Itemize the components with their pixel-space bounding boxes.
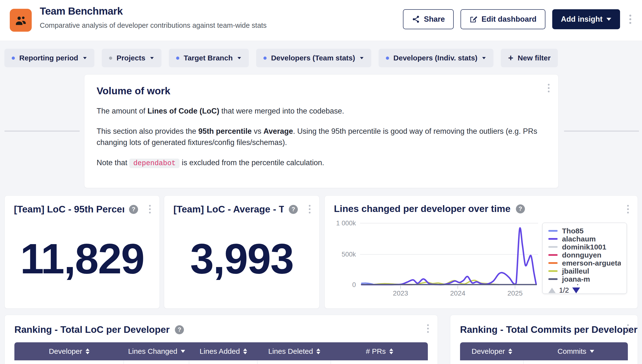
legend-swatch <box>548 230 558 232</box>
chevron-down-icon <box>150 57 154 59</box>
legend-swatch <box>548 270 558 272</box>
edit-dashboard-button[interactable]: Edit dashboard <box>461 9 545 29</box>
filter-bar: Reporting periodProjectsTarget BranchDev… <box>5 49 558 67</box>
value-cell <box>331 360 428 364</box>
edit-dashboard-label: Edit dashboard <box>482 15 537 24</box>
volume-card-kebab-menu[interactable] <box>545 82 552 95</box>
legend-label: joana-m <box>562 275 590 283</box>
column-header-lines-changed[interactable]: Lines Changed <box>124 342 189 360</box>
header-kebab-menu[interactable] <box>627 12 634 26</box>
legend-items: Tho85alachaumdominik1001donnguyenemerson… <box>548 227 621 285</box>
legend-page-indicator: 1/2 <box>559 286 569 294</box>
chevron-down-icon <box>482 57 486 59</box>
sort-desc-icon <box>590 350 594 353</box>
legend-item-tho85[interactable]: Tho85 <box>548 227 621 235</box>
filter-chip-projects[interactable]: Projects <box>102 49 161 67</box>
volume-of-work-card: Volume of work The amount of Lines of Co… <box>84 74 559 188</box>
legend-label: dominik1001 <box>562 243 606 251</box>
page-subtitle: Comparative analysis of developer contri… <box>40 22 267 30</box>
table-header-row: DeveloperLines ChangedLines AddedLines D… <box>14 342 428 360</box>
stat2-value: 3,993 <box>173 215 310 300</box>
column-header--prs[interactable]: # PRs <box>331 342 428 360</box>
share-button[interactable]: Share <box>403 9 454 29</box>
ranking-commits-table: DeveloperCommitstomazernour260 <box>460 342 628 364</box>
legend-page-down-icon[interactable] <box>572 288 580 293</box>
table-row[interactable] <box>14 360 428 364</box>
legend-item-dominik1001[interactable]: dominik1001 <box>548 243 621 251</box>
stat2-kebab-menu[interactable] <box>306 202 313 216</box>
page-title: Team Benchmark <box>40 5 267 17</box>
section-divider-left <box>5 130 80 132</box>
stat1-value: 11,829 <box>14 215 150 300</box>
column-header-developer[interactable]: Developer <box>14 342 124 360</box>
developer-cell: tomazernour <box>460 360 524 364</box>
filter-chip-reporting-period[interactable]: Reporting period <box>5 49 94 67</box>
header-titles: Team Benchmark Comparative analysis of d… <box>40 5 267 30</box>
help-icon[interactable]: ? <box>129 205 138 214</box>
column-label: # PRs <box>366 347 386 356</box>
value-cell <box>258 360 331 364</box>
legend-label: emerson-argueta <box>562 259 621 267</box>
dashboard-page: Team Benchmark Comparative analysis of d… <box>0 0 642 364</box>
ranking-loc-table: DeveloperLines ChangedLines AddedLines D… <box>14 342 428 364</box>
help-icon[interactable]: ? <box>289 205 298 214</box>
new-filter-label: New filter <box>518 54 551 62</box>
svg-text:1 000k: 1 000k <box>336 220 356 227</box>
add-insight-button[interactable]: Add insight <box>552 9 620 29</box>
volume-card-title: Volume of work <box>97 85 546 97</box>
filter-chip-developers-team-stats-[interactable]: Developers (Team stats) <box>256 49 371 67</box>
ranking-loc-title: Ranking - Total LoC per Developer <box>14 324 169 335</box>
column-header-lines-added[interactable]: Lines Added <box>189 342 258 360</box>
legend-item-jbailleul[interactable]: jbailleul <box>548 267 621 275</box>
column-header-developer[interactable]: Developer <box>460 342 524 360</box>
legend-item-emerson-argueta[interactable]: emerson-argueta <box>548 259 621 267</box>
column-label: Lines Changed <box>128 347 177 356</box>
column-header-lines-deleted[interactable]: Lines Deleted <box>258 342 331 360</box>
stat1-kebab-menu[interactable] <box>147 202 153 216</box>
share-icon <box>412 15 420 24</box>
filter-chip-target-branch[interactable]: Target Branch <box>169 49 249 67</box>
header-actions: Share Edit dashboard Add insight <box>403 9 634 29</box>
ranking-commits-kebab-menu[interactable] <box>625 322 631 335</box>
value-cell <box>124 360 189 364</box>
column-label: Developer <box>49 347 82 356</box>
volume-paragraph: Note that dependabot is excluded from th… <box>97 157 546 169</box>
legend-item-maxice[interactable]: maxice <box>548 283 621 285</box>
sort-icon <box>508 348 512 354</box>
legend-item-donnguyen[interactable]: donnguyen <box>548 251 621 259</box>
volume-paragraph: The amount of Lines of Code (LoC) that w… <box>97 106 546 117</box>
ranking-loc-kebab-menu[interactable] <box>425 322 431 335</box>
filter-label: Target Branch <box>184 54 233 62</box>
header-bar: Team Benchmark Comparative analysis of d… <box>0 0 642 41</box>
chevron-down-icon <box>360 57 363 59</box>
legend-label: donnguyen <box>562 251 601 259</box>
filter-dot-icon <box>12 56 15 60</box>
legend-swatch <box>548 278 558 280</box>
filter-chip-developers-indiv-stats-[interactable]: Developers (Indiv. stats) <box>378 49 494 67</box>
legend-page-up-icon[interactable] <box>548 288 556 293</box>
help-icon[interactable]: ? <box>175 325 184 334</box>
column-label: Developer <box>472 347 505 356</box>
filter-dot-icon <box>109 56 112 60</box>
people-icon <box>14 14 27 26</box>
legend-swatch <box>548 254 558 256</box>
filter-label: Projects <box>117 54 145 62</box>
ranking-commits-title: Ranking - Total Commits per Developer <box>460 324 637 335</box>
svg-text:2023: 2023 <box>393 290 408 297</box>
filter-dot-icon <box>264 56 267 60</box>
legend-item-alachaum[interactable]: alachaum <box>548 235 621 243</box>
new-filter-button[interactable]: +New filter <box>501 49 558 67</box>
legend-item-joana-m[interactable]: joana-m <box>548 275 621 283</box>
table-row[interactable]: tomazernour260 <box>460 360 628 364</box>
filter-label: Developers (Indiv. stats) <box>393 54 478 62</box>
column-header-commits[interactable]: Commits <box>524 342 628 360</box>
stat1-title: [Team] LoC - 95th Percentile <box>14 204 124 215</box>
stat2-title: [Team] LoC - Average - Tea... <box>173 204 284 215</box>
legend-label: alachaum <box>562 235 596 243</box>
filter-dot-icon <box>386 56 389 60</box>
chevron-down-icon <box>83 57 86 59</box>
edit-icon <box>469 15 478 24</box>
chevron-down-icon <box>238 57 241 59</box>
legend-swatch <box>548 262 558 264</box>
legend-swatch <box>548 246 558 248</box>
